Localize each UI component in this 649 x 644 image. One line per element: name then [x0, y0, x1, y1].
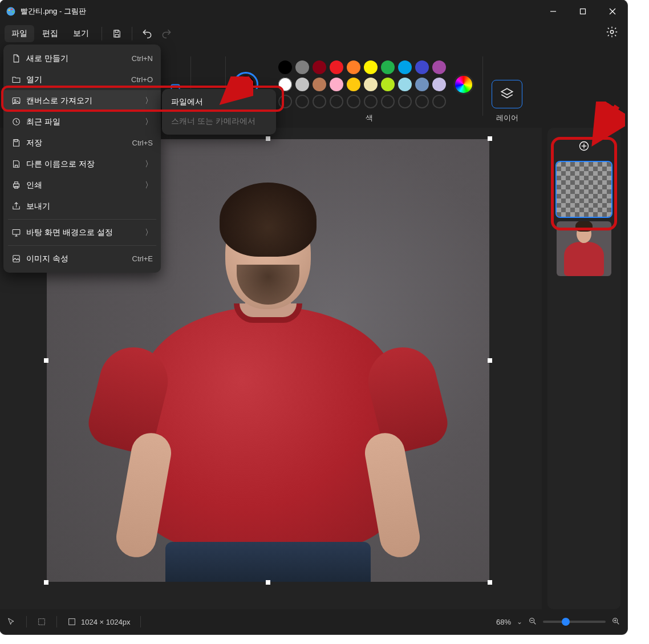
zoom-slider-thumb[interactable] [562, 618, 570, 626]
resize-handle[interactable] [488, 358, 492, 363]
separator [140, 616, 141, 627]
add-layer-button[interactable] [547, 135, 620, 157]
color-picker-button[interactable] [455, 76, 472, 93]
palette-empty-swatch[interactable] [432, 95, 446, 108]
palette-empty-swatch[interactable] [295, 95, 309, 108]
menu-properties-label: 이미지 속성 [26, 254, 132, 264]
layer-thumbnail-photo[interactable] [557, 221, 611, 276]
undo-button[interactable] [138, 25, 156, 43]
palette-swatch[interactable] [415, 60, 429, 74]
canvas-dimensions: 1024 × 1024px [67, 617, 130, 626]
chevron-right-icon: 〉 [145, 159, 153, 169]
menu-new-label: 새로 만들기 [26, 54, 132, 64]
menu-import-to-canvas[interactable]: 캔버스로 가져오기 〉 [3, 90, 161, 111]
menu-edit[interactable]: 편집 [35, 25, 65, 42]
resize-handle[interactable] [44, 580, 48, 585]
menu-export[interactable]: 보내기 [3, 196, 161, 217]
resize-handle[interactable] [266, 136, 270, 141]
palette-swatch[interactable] [364, 60, 378, 74]
zoom-in-button[interactable] [611, 617, 620, 627]
palette-swatch[interactable] [415, 78, 429, 91]
palette-swatch[interactable] [364, 78, 378, 91]
chevron-right-icon: 〉 [145, 117, 153, 127]
menu-save[interactable]: 저장 Ctrl+S [3, 132, 161, 153]
selection-tool-indicator [37, 617, 46, 626]
menu-save-as[interactable]: 다른 이름으로 저장 〉 [3, 153, 161, 175]
svg-rect-9 [115, 35, 119, 38]
menu-recent-label: 최근 파일 [26, 117, 145, 127]
palette-empty-swatch[interactable] [330, 95, 343, 108]
resize-handle[interactable] [488, 136, 492, 141]
menubar: 파일 편집 보기 [0, 23, 627, 44]
file-icon [11, 54, 26, 63]
palette-empty-swatch[interactable] [398, 95, 412, 108]
zoom-value: 68% [496, 618, 511, 626]
save-quick-button[interactable] [108, 25, 126, 43]
palette-swatch[interactable] [278, 60, 292, 74]
menu-new[interactable]: 새로 만들기 Ctrl+N [3, 48, 161, 69]
svg-line-33 [617, 622, 619, 624]
palette-swatch[interactable] [295, 60, 309, 74]
palette-swatch[interactable] [381, 78, 395, 91]
resize-handle[interactable] [488, 580, 492, 585]
palette-swatch[interactable] [432, 60, 446, 74]
palette-swatch[interactable] [398, 78, 412, 91]
palette-swatch[interactable] [398, 60, 412, 74]
menu-print[interactable]: 인쇄 〉 [3, 175, 161, 196]
palette-swatch[interactable] [381, 60, 395, 74]
file-menu-dropdown: 새로 만들기 Ctrl+N 열기 Ctrl+O 캔버스로 가져오기 〉 최근 파… [3, 44, 161, 273]
window-title: 빨간티.png - 그림판 [21, 6, 86, 17]
paint-app-icon [6, 6, 16, 17]
svg-point-0 [7, 7, 15, 16]
svg-rect-8 [115, 30, 118, 33]
dimensions-text: 1024 × 1024px [81, 618, 130, 626]
folder-icon [11, 75, 26, 84]
svg-rect-21 [13, 256, 19, 262]
palette-swatch[interactable] [295, 78, 309, 91]
save-as-icon [11, 159, 26, 169]
redo-button[interactable] [157, 25, 176, 43]
menu-image-properties[interactable]: 이미지 속성 Ctrl+E [3, 248, 161, 269]
palette-swatch[interactable] [432, 78, 446, 91]
menu-save-label: 저장 [26, 138, 132, 148]
menu-set-wallpaper[interactable]: 바탕 화면 배경으로 설정 〉 [3, 222, 161, 243]
maximize-button[interactable] [568, 0, 598, 23]
palette-empty-swatch[interactable] [381, 95, 395, 108]
palette-empty-swatch[interactable] [347, 95, 360, 108]
print-icon [11, 180, 26, 190]
svg-line-30 [534, 622, 536, 624]
resize-handle[interactable] [44, 358, 48, 363]
palette-swatch[interactable] [330, 78, 343, 91]
palette-empty-swatch[interactable] [313, 95, 326, 108]
menu-new-shortcut: Ctrl+N [132, 54, 153, 63]
menu-file[interactable]: 파일 [5, 25, 34, 42]
palette-swatch[interactable] [347, 60, 360, 74]
palette-swatch[interactable] [347, 78, 360, 91]
menu-view[interactable]: 보기 [66, 25, 96, 42]
minimize-button[interactable] [538, 0, 568, 23]
image-properties-icon [11, 254, 26, 264]
zoom-slider[interactable] [543, 621, 606, 623]
chevron-down-icon[interactable]: ⌄ [517, 618, 522, 626]
menu-open[interactable]: 열기 Ctrl+O [3, 69, 161, 90]
window-controls [538, 0, 627, 23]
layers-button[interactable] [492, 80, 522, 108]
zoom-out-button[interactable] [528, 617, 537, 627]
palette-swatch[interactable] [330, 60, 343, 74]
menu-save-shortcut: Ctrl+S [132, 139, 153, 147]
titlebar: 빨간티.png - 그림판 [0, 0, 627, 23]
svg-rect-20 [13, 230, 20, 235]
palette-swatch[interactable] [278, 78, 292, 91]
palette-swatch[interactable] [313, 60, 326, 74]
palette-empty-swatch[interactable] [415, 95, 429, 108]
submenu-from-file[interactable]: 파일에서 [162, 92, 276, 112]
palette-empty-swatch[interactable] [278, 95, 292, 108]
layer-thumbnail-transparent[interactable] [557, 162, 611, 217]
resize-handle[interactable] [266, 580, 270, 585]
palette-swatch[interactable] [313, 78, 326, 91]
menu-recent-files[interactable]: 최근 파일 〉 [3, 111, 161, 132]
separator [102, 27, 102, 40]
settings-button[interactable] [606, 26, 618, 42]
palette-empty-swatch[interactable] [364, 95, 378, 108]
close-button[interactable] [598, 0, 627, 23]
